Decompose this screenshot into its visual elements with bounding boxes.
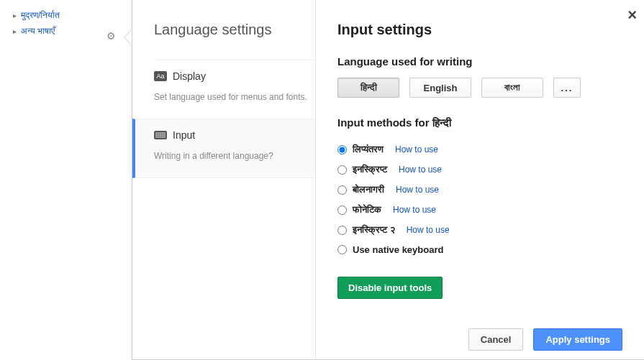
method-row: इनस्क्रिप्ट २ How to use — [337, 220, 622, 240]
nav-item-title: Input — [173, 129, 195, 141]
settings-main: Input settings Language used for writing… — [316, 0, 644, 299]
how-to-use-link[interactable]: How to use — [396, 185, 439, 195]
method-radio[interactable] — [337, 245, 347, 254]
lang-btn-more[interactable]: ... — [553, 78, 581, 98]
keyboard-icon — [154, 131, 167, 139]
main-heading: Input settings — [337, 22, 622, 38]
chevron-right-icon: ▸ — [13, 11, 17, 19]
settings-nav: Language settings Aa Display Set languag… — [132, 0, 316, 359]
method-radio[interactable] — [337, 165, 347, 175]
gear-icon[interactable]: ⚙ — [106, 30, 116, 42]
method-label: फोनेटिक — [353, 204, 381, 216]
method-label: Use native keyboard — [353, 244, 443, 255]
method-row: इनस्क्रिप्ट How to use — [337, 160, 622, 180]
nav-item-input[interactable]: Input Writing in a different language? — [132, 119, 315, 178]
method-radio[interactable] — [337, 226, 347, 235]
input-methods-list: लिप्यंतरण How to use इनस्क्रिप्ट How to … — [337, 139, 622, 259]
method-radio[interactable] — [337, 145, 347, 154]
how-to-use-link[interactable]: How to use — [399, 165, 442, 175]
apply-settings-button[interactable]: Apply settings — [533, 328, 622, 351]
method-label: लिप्यंतरण — [353, 144, 384, 155]
input-methods-heading: Input methods for हिन्दी — [337, 116, 622, 129]
outer-sidebar: ▸ मुद्रण/निर्यात ▸ अन्य भाषाएँ ⚙ — [0, 0, 126, 46]
nav-item-desc: Set language used for menus and fonts. — [154, 89, 308, 106]
language-buttons: हिन्दी English বাংলা ... — [337, 78, 622, 98]
display-icon: Aa — [154, 71, 167, 81]
method-radio[interactable] — [337, 206, 347, 215]
how-to-use-link[interactable]: How to use — [407, 225, 450, 235]
dialog-footer: Cancel Apply settings — [468, 328, 622, 351]
method-radio[interactable] — [337, 185, 347, 195]
lang-btn-english[interactable]: English — [409, 78, 471, 98]
settings-heading: Language settings — [154, 22, 315, 38]
nav-item-desc: Writing in a different language? — [154, 148, 308, 165]
nav-item-title: Display — [173, 70, 206, 82]
method-row: Use native keyboard — [337, 240, 622, 259]
method-label: इनस्क्रिप्ट — [353, 164, 387, 175]
language-settings-popover: × Language settings Aa Display Set langu… — [132, 0, 644, 360]
language-used-heading: Language used for writing — [337, 55, 622, 68]
nav-item-display[interactable]: Aa Display Set language used for menus a… — [154, 60, 315, 119]
method-row: फोनेटिक How to use — [337, 200, 622, 220]
popover-pointer — [124, 30, 132, 45]
cancel-button[interactable]: Cancel — [468, 328, 524, 351]
method-row: बोलनागरी How to use — [337, 180, 622, 200]
method-row: लिप्यंतरण How to use — [337, 139, 622, 160]
chevron-right-icon: ▸ — [13, 27, 17, 35]
how-to-use-link[interactable]: How to use — [393, 205, 436, 215]
sidebar-link-label: मुद्रण/निर्यात — [21, 10, 60, 20]
method-label: इनस्क्रिप्ट २ — [353, 224, 395, 236]
lang-btn-bengali[interactable]: বাংলা — [481, 78, 543, 98]
how-to-use-link[interactable]: How to use — [395, 144, 438, 154]
lang-btn-hindi[interactable]: हिन्दी — [337, 78, 399, 98]
sidebar-link-print-export[interactable]: ▸ मुद्रण/निर्यात — [0, 7, 126, 23]
method-label: बोलनागरी — [353, 184, 384, 195]
disable-input-tools-button[interactable]: Disable input tools — [337, 277, 443, 299]
sidebar-link-label: अन्य भाषाएँ — [21, 26, 55, 36]
